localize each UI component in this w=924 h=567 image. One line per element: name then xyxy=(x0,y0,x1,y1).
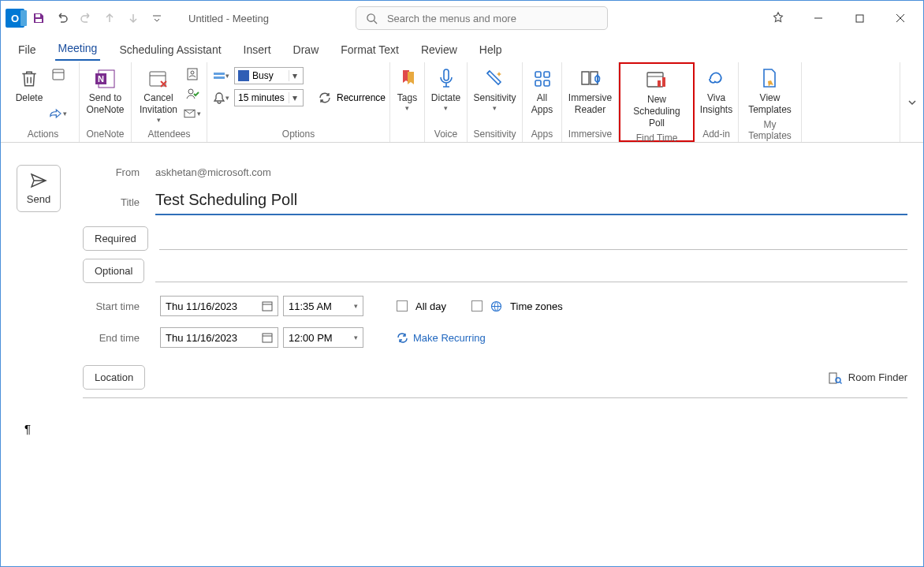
end-time-combo[interactable]: 12:00 PM ▾ xyxy=(283,327,363,348)
start-date-combo[interactable]: Thu 11/16/2023 xyxy=(160,296,278,316)
tab-format-text[interactable]: Format Text xyxy=(337,39,402,61)
group-sensitivity-label: Sensitivity xyxy=(472,127,517,142)
viva-label: Viva Insights xyxy=(700,92,732,116)
ribbon-collapse-button[interactable] xyxy=(900,62,923,142)
svg-text:N: N xyxy=(98,74,104,84)
svg-rect-26 xyxy=(658,80,661,87)
group-addin-label: Add-in xyxy=(699,127,733,142)
search-input[interactable]: Search the menus and more xyxy=(356,6,608,30)
required-button[interactable]: Required xyxy=(83,226,148,251)
undo-button[interactable] xyxy=(53,9,72,28)
tab-scheduling-assistant[interactable]: Scheduling Assistant xyxy=(116,39,224,61)
sensitivity-button[interactable]: Sensitivity ▾ xyxy=(472,64,517,114)
redo-button[interactable] xyxy=(76,9,95,28)
delete-label: Delete xyxy=(16,92,43,104)
next-item-button[interactable] xyxy=(124,9,143,28)
tab-draw[interactable]: Draw xyxy=(290,39,322,61)
qat-customize-button[interactable] xyxy=(147,9,166,28)
start-time-value: 11:35 AM xyxy=(289,300,332,312)
tab-review[interactable]: Review xyxy=(418,39,460,61)
group-options-label: Options xyxy=(212,127,385,142)
tags-button[interactable]: Tags ▾ xyxy=(390,64,425,114)
svg-rect-21 xyxy=(544,72,550,77)
search-placeholder: Search the menus and more xyxy=(387,13,516,24)
group-tags-label xyxy=(395,127,419,142)
svg-rect-28 xyxy=(263,302,272,311)
reminder-combo[interactable]: 15 minutes ▾ xyxy=(234,89,304,106)
coming-soon-icon[interactable] xyxy=(769,9,788,28)
time-zones-label: Time zones xyxy=(510,300,563,312)
immersive-label: Immersive Reader xyxy=(568,92,612,116)
make-recurring-link[interactable]: Make Recurring xyxy=(397,332,486,344)
start-time-combo[interactable]: 11:35 AM ▾ xyxy=(283,296,363,316)
save-button[interactable] xyxy=(29,9,48,28)
scheduling-poll-label: New Scheduling Poll xyxy=(628,94,685,129)
svg-rect-19 xyxy=(444,69,449,80)
svg-rect-31 xyxy=(263,334,272,342)
maximize-button[interactable] xyxy=(841,6,877,30)
end-time-label: End time xyxy=(83,332,155,344)
required-field[interactable] xyxy=(159,228,907,250)
templates-label: View Templates xyxy=(748,92,792,116)
viva-insights-button[interactable]: Viva Insights xyxy=(699,64,734,118)
svg-rect-1 xyxy=(35,19,42,22)
svg-rect-27 xyxy=(662,77,665,87)
delete-button[interactable]: Delete xyxy=(12,64,47,106)
address-book-button[interactable] xyxy=(184,65,201,83)
group-actions-label: Actions xyxy=(12,127,74,142)
onenote-label: Send to OneNote xyxy=(86,92,124,116)
from-value: askhetan@microsoft.com xyxy=(155,166,271,178)
room-finder-button[interactable]: Room Finder xyxy=(828,371,907,385)
cancel-invitation-button[interactable]: Cancel Invitation ▾ xyxy=(136,64,181,126)
svg-rect-6 xyxy=(53,69,64,80)
tab-insert[interactable]: Insert xyxy=(240,39,274,61)
end-date-combo[interactable]: Thu 11/16/2023 xyxy=(160,327,278,348)
svg-line-3 xyxy=(374,21,377,24)
all-apps-button[interactable]: All Apps xyxy=(525,64,560,118)
all-day-checkbox[interactable] xyxy=(397,300,408,311)
group-findtime-label: Find Time xyxy=(625,131,688,146)
group-attendees-label: Attendees xyxy=(136,127,202,142)
response-options-button[interactable]: ▾ xyxy=(184,105,201,122)
svg-rect-18 xyxy=(214,76,225,79)
immersive-reader-button[interactable]: Immersive Reader xyxy=(567,64,613,118)
tab-help[interactable]: Help xyxy=(476,39,505,61)
svg-rect-23 xyxy=(544,80,550,86)
window-title: Untitled - Meeting xyxy=(188,13,269,24)
send-label: Send xyxy=(27,193,50,205)
cancel-invitation-label: Cancel Invitation xyxy=(140,92,177,116)
group-voice-label: Voice xyxy=(430,127,462,142)
group-templates-label: My Templates xyxy=(743,118,796,144)
new-scheduling-poll-button[interactable]: New Scheduling Poll xyxy=(625,65,688,131)
close-button[interactable] xyxy=(882,6,918,30)
send-button[interactable]: Send xyxy=(17,165,61,212)
svg-rect-22 xyxy=(535,80,541,86)
title-input[interactable] xyxy=(155,189,907,215)
location-button[interactable]: Location xyxy=(83,365,145,390)
message-body[interactable]: ¶ xyxy=(1,406,923,451)
show-as-button[interactable]: ▾ xyxy=(212,67,229,84)
recurrence-button[interactable]: Recurrence xyxy=(318,91,389,105)
time-zones-checkbox[interactable] xyxy=(471,300,482,311)
menu-tabs: File Meeting Scheduling Assistant Insert… xyxy=(1,35,923,61)
end-date-value: Thu 11/16/2023 xyxy=(166,332,237,344)
group-onenote-label: OneNote xyxy=(84,127,126,142)
view-templates-button[interactable]: View Templates xyxy=(745,64,795,118)
prev-item-button[interactable] xyxy=(100,9,119,28)
send-to-onenote-button[interactable]: N Send to OneNote xyxy=(84,64,126,118)
dictate-button[interactable]: Dictate ▾ xyxy=(429,64,464,114)
tab-file[interactable]: File xyxy=(15,39,39,61)
calendar-small-button[interactable] xyxy=(50,65,67,83)
forward-small-button[interactable]: ▾ xyxy=(50,105,67,122)
show-as-combo[interactable]: Busy ▾ xyxy=(234,67,304,84)
minimize-button[interactable] xyxy=(800,6,836,30)
title-label: Title xyxy=(83,196,155,208)
optional-button[interactable]: Optional xyxy=(83,259,144,283)
reminder-button[interactable]: ▾ xyxy=(212,89,229,106)
group-immersive-label: Immersive xyxy=(567,127,613,142)
optional-field[interactable] xyxy=(155,260,907,282)
outlook-app-icon: O xyxy=(6,9,24,28)
start-time-label: Start time xyxy=(83,300,155,312)
check-names-button[interactable] xyxy=(184,85,201,103)
tab-meeting[interactable]: Meeting xyxy=(55,37,101,61)
